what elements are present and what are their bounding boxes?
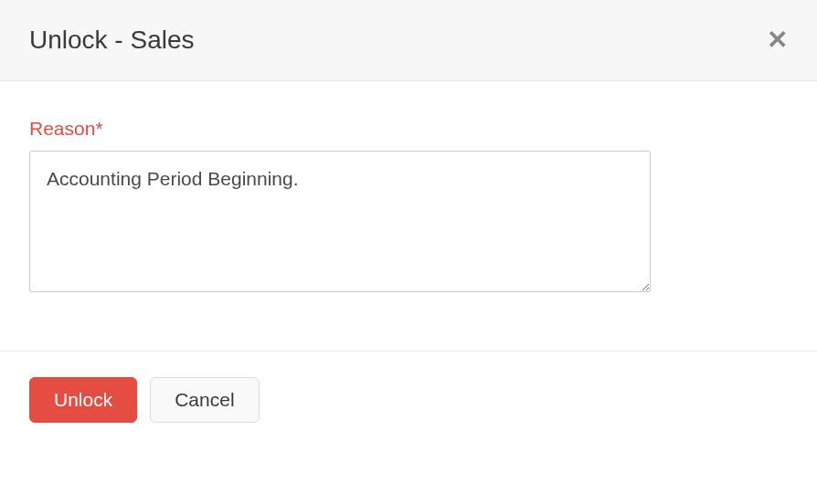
modal-title: Unlock - Sales — [29, 26, 195, 55]
close-icon[interactable]: ✕ — [767, 27, 788, 53]
cancel-button[interactable]: Cancel — [150, 377, 259, 423]
reason-label: Reason* — [29, 118, 788, 140]
unlock-button[interactable]: Unlock — [29, 377, 137, 423]
modal-footer: Unlock Cancel — [0, 351, 817, 448]
reason-input[interactable] — [29, 151, 651, 292]
modal-body: Reason* — [0, 81, 817, 351]
modal-header: Unlock - Sales ✕ — [0, 0, 817, 81]
